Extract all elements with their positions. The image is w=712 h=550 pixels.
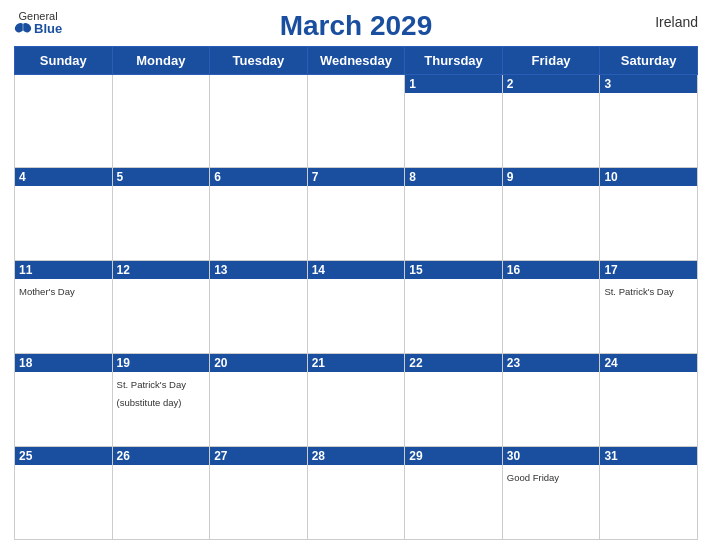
day-number: 15 [405,261,502,279]
calendar-cell: 5 [112,168,210,261]
calendar-cell: 30Good Friday [502,447,600,540]
calendar-cell: 27 [210,447,308,540]
calendar-cell: 19St. Patrick's Day (substitute day) [112,354,210,447]
calendar-cell: 31 [600,447,698,540]
day-number: 17 [600,261,697,279]
calendar-cell: 21 [307,354,405,447]
calendar-cell: 17St. Patrick's Day [600,261,698,354]
day-number: 18 [15,354,112,372]
calendar-title: March 2029 [280,10,433,42]
day-number: 28 [308,447,405,465]
page: General Blue March 2029 Ireland Sunday M… [0,0,712,550]
day-number: 11 [15,261,112,279]
holiday-label: Good Friday [507,472,559,483]
week-row-4: 1819St. Patrick's Day (substitute day)20… [15,354,698,447]
calendar-cell: 12 [112,261,210,354]
day-number: 12 [113,261,210,279]
calendar-cell: 10 [600,168,698,261]
calendar-cell: 1 [405,75,503,168]
logo: General Blue [14,10,62,36]
calendar-cell: 20 [210,354,308,447]
col-sunday: Sunday [15,47,113,75]
calendar-header: General Blue March 2029 Ireland [14,10,698,42]
calendar-cell: 6 [210,168,308,261]
calendar-cell: 8 [405,168,503,261]
calendar-cell [307,75,405,168]
calendar-cell: 7 [307,168,405,261]
calendar-cell: 22 [405,354,503,447]
holiday-label: Mother's Day [19,286,75,297]
calendar-cell [210,75,308,168]
day-number: 3 [600,75,697,93]
day-number: 6 [210,168,307,186]
calendar-cell: 23 [502,354,600,447]
day-number: 5 [113,168,210,186]
day-number: 2 [503,75,600,93]
day-number: 14 [308,261,405,279]
day-number: 1 [405,75,502,93]
logo-bird-icon [14,22,32,36]
week-row-1: 123 [15,75,698,168]
day-number: 23 [503,354,600,372]
col-saturday: Saturday [600,47,698,75]
calendar-cell: 29 [405,447,503,540]
calendar-cell: 15 [405,261,503,354]
day-number: 24 [600,354,697,372]
calendar-cell: 2 [502,75,600,168]
day-number: 30 [503,447,600,465]
country-label: Ireland [655,14,698,30]
calendar-cell: 14 [307,261,405,354]
day-number: 10 [600,168,697,186]
day-number: 4 [15,168,112,186]
calendar-cell [15,75,113,168]
week-row-2: 45678910 [15,168,698,261]
calendar-cell [112,75,210,168]
day-number: 16 [503,261,600,279]
day-number: 20 [210,354,307,372]
day-number: 7 [308,168,405,186]
day-number: 22 [405,354,502,372]
day-number: 29 [405,447,502,465]
calendar-cell: 3 [600,75,698,168]
calendar-cell: 4 [15,168,113,261]
day-number: 19 [113,354,210,372]
col-monday: Monday [112,47,210,75]
logo-blue-text: Blue [14,22,62,36]
day-number: 26 [113,447,210,465]
day-number: 8 [405,168,502,186]
holiday-label: St. Patrick's Day [604,286,673,297]
day-number: 27 [210,447,307,465]
day-number: 13 [210,261,307,279]
calendar-cell: 16 [502,261,600,354]
day-number: 25 [15,447,112,465]
calendar-cell: 9 [502,168,600,261]
col-wednesday: Wednesday [307,47,405,75]
calendar-cell: 18 [15,354,113,447]
calendar-cell: 25 [15,447,113,540]
day-number: 21 [308,354,405,372]
calendar-table: Sunday Monday Tuesday Wednesday Thursday… [14,46,698,540]
col-friday: Friday [502,47,600,75]
holiday-label: St. Patrick's Day (substitute day) [117,379,186,408]
col-tuesday: Tuesday [210,47,308,75]
calendar-cell: 13 [210,261,308,354]
calendar-cell: 24 [600,354,698,447]
day-number: 9 [503,168,600,186]
calendar-cell: 11Mother's Day [15,261,113,354]
calendar-cell: 28 [307,447,405,540]
week-row-5: 252627282930Good Friday31 [15,447,698,540]
days-header-row: Sunday Monday Tuesday Wednesday Thursday… [15,47,698,75]
calendar-cell: 26 [112,447,210,540]
col-thursday: Thursday [405,47,503,75]
day-number: 31 [600,447,697,465]
week-row-3: 11Mother's Day121314151617St. Patrick's … [15,261,698,354]
